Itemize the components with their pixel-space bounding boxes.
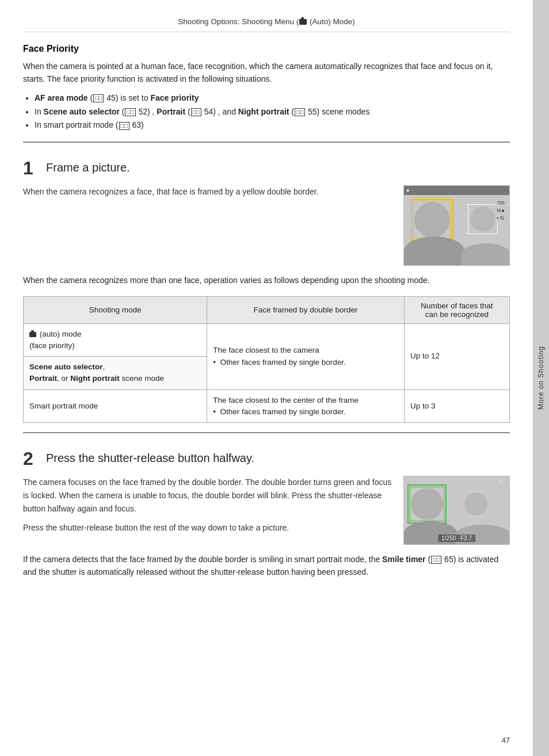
step1-number: 1 [23,159,39,177]
icon-m: M▲ [497,207,505,215]
bullet-portrait: In smart portrait mode (□□ 63) [35,119,510,132]
page-header: Shooting Options: Shooting Menu ( (Auto)… [23,17,510,32]
sidebar-label: More on Shooting [537,346,545,410]
step2-number: 2 [23,449,39,468]
intro-text: When the camera is pointed at a human fa… [23,60,510,86]
mode-auto: (auto) mode(face priority) [24,323,207,357]
bullet2-in: In [35,107,44,116]
count-up3: Up to 3 [404,390,509,423]
aperture: F3.7 [460,535,472,541]
body-main [404,236,464,265]
step1-followup: When the camera recognizes more than one… [23,274,510,287]
col-num-faces: Number of faces thatcan be recognized [404,296,509,323]
step1-desc-text: When the camera recognizes a face, that … [23,185,392,198]
bullet-face: • Other faces framed by single border. [213,358,346,366]
face2-green-border-inner [410,487,444,521]
bullet2-b3: Night portrait [238,107,289,116]
step2-desc3: If the camera detects that the face fram… [23,553,510,579]
body-secondary [462,243,510,265]
mode-scene: Scene auto selector, Portrait, or Night … [24,357,207,390]
section-title: Face Priority [23,44,510,54]
cam2-info-bar: 1/250 F3.7 [438,534,475,542]
bullet2-ref1: (□□ 52) [122,107,150,116]
step1-description: When the camera recognizes a face, that … [23,185,392,198]
bullet2-ref2: (□□ 54) [188,107,216,116]
shutter-speed: 1/250 [441,535,456,541]
table-row-auto: (auto) mode(face priority) The face clos… [24,323,510,357]
step2-desc1: The camera focuses on the face framed by… [23,476,392,516]
face2-secondary [464,492,487,516]
step2-desc3-prefix: If the camera detects that the face fram… [23,555,382,564]
bullet2-b1: Scene auto selector [44,107,120,116]
viewfinder2: ✤² 1/250 F3.7 [404,476,509,544]
bullet-smart-face: • Other faces framed by single border. [213,407,346,416]
bullet2-b2: Portrait [157,107,185,116]
step2-desc3-ref: (□□ 65) [426,555,456,564]
mode-scene-bold1: Scene auto selector [29,362,103,371]
bullet3-text: In smart portrait mode (□□ 63) [35,120,144,129]
cam-icon: ● [406,188,409,193]
bullet1-bold1: AF area mode [35,93,88,102]
bullet1-bold2: Face priority [150,93,199,102]
step2-text: The camera focuses on the face framed by… [23,476,392,540]
mode-smart: Smart portrait mode [24,390,207,423]
bullet1-ref: (□□ 45) [90,93,118,102]
bullet2-end: scene modes [322,107,369,116]
mode-scene-bold3: Night portrait [70,374,120,383]
bullet2-sep2: , and [218,107,238,116]
table-header-row: Shooting mode Face framed by double bord… [24,296,510,323]
header-text-end: (Auto) Mode) [307,17,355,26]
bullet2-ref3: (□□ 55) [291,107,319,116]
camera-icon-header [299,19,307,25]
count-up12: Up to 12 [404,323,509,390]
cam-top-bar: ● [404,186,509,195]
step2-title: Press the shutter-release button halfway… [46,449,254,465]
step1-title: Frame a picture. [46,159,130,174]
header-text-prefix: Shooting Options: Shooting Menu ( [178,17,299,26]
step2-smile-timer: Smile timer [382,555,425,564]
mode-scene-bold2: Portrait [29,374,57,383]
face-desc-smart: The face closest to the center of the fr… [207,390,405,423]
cam2-top-icon: ✤² [498,479,505,484]
face-desc-shared: The face closest to the camera • Other f… [207,323,405,390]
shooting-mode-table: Shooting mode Face framed by double bord… [23,296,510,423]
table-row-smart: Smart portrait mode The face closest to … [24,390,510,423]
bullet-scene: In Scene auto selector (□□ 52) , Portrai… [35,105,510,119]
icon-3: ▪ 3) [497,215,505,222]
side-tab: More on Shooting [533,0,549,756]
col-face-border: Face framed by double border [207,296,405,323]
step2-camera-image: ✤² 1/250 F3.7 [403,476,510,545]
cam-side-icons: 720 M▲ ▪ 3) [495,198,507,223]
col-shooting-mode: Shooting mode [24,296,207,323]
face-white-border [468,204,498,234]
viewfinder1: ● 720 [404,186,509,265]
step2-header: 2 Press the shutter-release button halfw… [23,449,510,468]
step1-camera-image: ● 720 [403,185,510,266]
step1-content: When the camera recognizes a face, that … [23,185,510,266]
bullet1-text: is set to [120,93,150,102]
step2-desc2: Press the shutter-release button the res… [23,521,392,534]
step1-header: 1 Frame a picture. [23,159,510,177]
camera-icon-table [29,332,36,337]
bullet-list: AF area mode (□□ 45) is set to Face prio… [35,91,510,132]
page-number: 47 [502,736,510,744]
bullet-af-area: AF area mode (□□ 45) is set to Face prio… [35,91,510,105]
face-yellow-border-inner [413,201,451,239]
icon-720: 720 [497,200,505,207]
step2-content: The camera focuses on the face framed by… [23,476,510,545]
